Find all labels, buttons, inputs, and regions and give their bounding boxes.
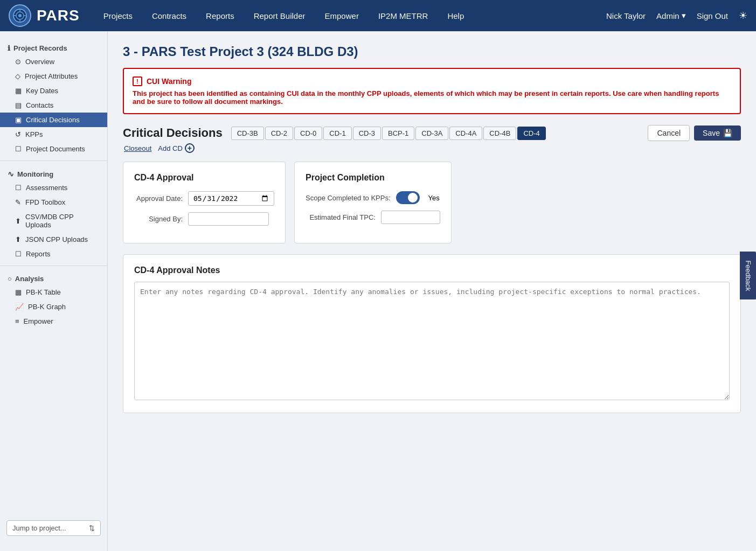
project-completion-panel: Project Completion Scope Completed to KP… bbox=[294, 162, 452, 243]
chevron-updown-icon: ⇅ bbox=[89, 524, 95, 532]
sidebar-item-fpd-toolbox[interactable]: ✎ FPD Toolbox bbox=[0, 195, 107, 210]
json-upload-icon: ⬆ bbox=[15, 235, 21, 243]
sidebar-item-assessments[interactable]: ☐ Assessments bbox=[0, 180, 107, 195]
sidebar-item-critical-decisions[interactable]: ▣ Critical Decisions bbox=[0, 113, 107, 127]
add-cd-circle-icon: + bbox=[185, 143, 195, 153]
reports-icon: ☐ bbox=[15, 250, 22, 258]
cd-tab-cd2[interactable]: CD-2 bbox=[265, 127, 293, 140]
cd-tabs: CD-3B CD-2 CD-0 CD-1 CD-3 BCP-1 CD-3A CD… bbox=[231, 127, 546, 140]
sidebar-item-key-dates[interactable]: ▦ Key Dates bbox=[0, 83, 107, 98]
info-icon: ℹ bbox=[8, 44, 10, 52]
add-cd-button[interactable]: Add CD + bbox=[158, 143, 195, 153]
sidebar-item-csv-mdb-cpp[interactable]: ⬆ CSV/MDB CPP Uploads bbox=[0, 210, 107, 232]
cui-warning-text: This project has been identified as cont… bbox=[133, 89, 731, 106]
logo-text: PARS bbox=[37, 7, 80, 24]
cd-tab-cd3b[interactable]: CD-3B bbox=[231, 127, 264, 140]
cd4-notes-title: CD-4 Approval Notes bbox=[134, 266, 730, 275]
cd4-approval-panel: CD-4 Approval Approval Date: Signed By: bbox=[123, 162, 286, 243]
table-icon: ▦ bbox=[15, 288, 22, 296]
sidebar-item-empower[interactable]: ≡ Empower bbox=[0, 314, 107, 329]
svg-point-2 bbox=[18, 14, 22, 17]
cd-tab-cd3a[interactable]: CD-3A bbox=[415, 127, 448, 140]
logo-icon bbox=[9, 4, 31, 27]
sidebar-section-project-records: ℹ Project Records bbox=[0, 40, 107, 54]
sidebar-item-project-documents[interactable]: ☐ Project Documents bbox=[0, 142, 107, 156]
csv-upload-icon: ⬆ bbox=[15, 217, 21, 225]
decisions-icon: ▣ bbox=[15, 116, 22, 124]
cancel-button[interactable]: Cancel bbox=[648, 125, 690, 141]
sidebar-item-overview[interactable]: ⊙ Overview bbox=[0, 54, 107, 69]
critical-decisions-header: Critical Decisions CD-3B CD-2 CD-0 CD-1 … bbox=[123, 125, 741, 141]
scope-label: Scope Completed to KPPs: bbox=[306, 194, 391, 202]
logo-area: PARS bbox=[9, 4, 80, 27]
nav-admin-dropdown[interactable]: Admin ▾ bbox=[656, 11, 686, 20]
sidebar: ℹ Project Records ⊙ Overview ◇ Project A… bbox=[0, 31, 108, 551]
sidebar-item-reports[interactable]: ☐ Reports bbox=[0, 247, 107, 261]
cd-tab-cd4[interactable]: CD-4 bbox=[517, 127, 545, 140]
sidebar-item-kpps[interactable]: ↺ KPPs bbox=[0, 127, 107, 142]
kpps-icon: ↺ bbox=[15, 130, 21, 138]
cui-warning-box: ! CUI Warning This project has been iden… bbox=[123, 68, 741, 114]
cd-tab-cd3[interactable]: CD-3 bbox=[353, 127, 381, 140]
sidebar-item-project-attributes[interactable]: ◇ Project Attributes bbox=[0, 69, 107, 83]
main-content: 3 - PARS Test Project 3 (324 BLDG D3) ! … bbox=[108, 31, 756, 551]
page-title: 3 - PARS Test Project 3 (324 BLDG D3) bbox=[123, 44, 741, 59]
sidebar-section-analysis: ○ Analysis bbox=[0, 270, 107, 285]
nav-ip2m[interactable]: IP2M METRR bbox=[374, 9, 433, 23]
signed-by-row: Signed By: bbox=[134, 212, 274, 226]
cd4-notes-textarea[interactable] bbox=[134, 282, 730, 400]
cd-tab-cd1[interactable]: CD-1 bbox=[323, 127, 351, 140]
cd4-panels: CD-4 Approval Approval Date: Signed By: … bbox=[123, 162, 741, 243]
approval-date-label: Approval Date: bbox=[134, 194, 183, 203]
assessments-icon: ☐ bbox=[15, 184, 22, 192]
sidebar-item-json-cpp[interactable]: ⬆ JSON CPP Uploads bbox=[0, 232, 107, 247]
documents-icon: ☐ bbox=[15, 145, 22, 153]
attributes-icon: ◇ bbox=[15, 72, 20, 80]
theme-toggle-icon[interactable]: ☀ bbox=[739, 10, 747, 22]
sidebar-item-pbk-table[interactable]: ▦ PB-K Table bbox=[0, 285, 107, 299]
sign-out-button[interactable]: Sign Out bbox=[697, 11, 728, 20]
fpd-icon: ✎ bbox=[15, 198, 21, 206]
cui-warning-title: ! CUI Warning bbox=[133, 76, 731, 86]
tpc-input[interactable] bbox=[381, 211, 440, 224]
cd4-approval-title: CD-4 Approval bbox=[134, 173, 274, 183]
top-nav: PARS Projects Contracts Reports Report B… bbox=[0, 0, 756, 31]
cd-tab-cd4a[interactable]: CD-4A bbox=[449, 127, 482, 140]
nav-help[interactable]: Help bbox=[443, 9, 468, 23]
sidebar-item-contacts[interactable]: ▤ Contacts bbox=[0, 98, 107, 113]
cd-tab-cd4b[interactable]: CD-4B bbox=[483, 127, 516, 140]
analysis-icon: ○ bbox=[8, 275, 12, 283]
nav-reports[interactable]: Reports bbox=[202, 9, 239, 23]
calendar-icon: ▦ bbox=[15, 87, 22, 95]
sidebar-item-pbk-graph[interactable]: 📈 PB-K Graph bbox=[0, 299, 107, 314]
save-button[interactable]: Save 💾 bbox=[694, 125, 741, 141]
monitoring-icon: ∿ bbox=[8, 170, 14, 178]
contacts-icon: ▤ bbox=[15, 101, 22, 109]
cui-warning-icon: ! bbox=[133, 76, 142, 86]
scope-completed-row: Scope Completed to KPPs: Yes bbox=[306, 191, 440, 204]
cd-tab-bcp1[interactable]: BCP-1 bbox=[382, 127, 414, 140]
scope-yes-label: Yes bbox=[428, 194, 440, 202]
feedback-tab[interactable]: Feedback bbox=[740, 252, 756, 299]
project-completion-title: Project Completion bbox=[306, 173, 440, 183]
cd-subrow: Closeout Add CD + bbox=[124, 143, 741, 153]
critical-decisions-title: Critical Decisions bbox=[123, 126, 223, 140]
graph-icon: 📈 bbox=[15, 303, 24, 311]
nav-projects[interactable]: Projects bbox=[99, 9, 137, 23]
nav-report-builder[interactable]: Report Builder bbox=[249, 9, 310, 23]
action-buttons: Cancel Save 💾 bbox=[648, 125, 741, 141]
approval-date-input[interactable] bbox=[188, 191, 274, 206]
signed-by-input[interactable] bbox=[188, 212, 269, 226]
chevron-down-icon: ▾ bbox=[682, 11, 686, 20]
scope-toggle[interactable] bbox=[396, 191, 420, 204]
nav-user: Nick Taylor bbox=[606, 11, 646, 20]
closeout-link[interactable]: Closeout bbox=[124, 144, 151, 152]
cd4-notes-section: CD-4 Approval Notes bbox=[123, 254, 741, 413]
cd-tab-cd0[interactable]: CD-0 bbox=[294, 127, 322, 140]
nav-empower[interactable]: Empower bbox=[321, 9, 363, 23]
nav-contracts[interactable]: Contracts bbox=[148, 9, 191, 23]
tpc-label: Estimated Final TPC: bbox=[306, 213, 376, 221]
sidebar-section-monitoring: ∿ Monitoring bbox=[0, 165, 107, 180]
jump-to-project[interactable]: Jump to project... ⇅ bbox=[6, 520, 101, 536]
save-icon: 💾 bbox=[723, 129, 732, 137]
